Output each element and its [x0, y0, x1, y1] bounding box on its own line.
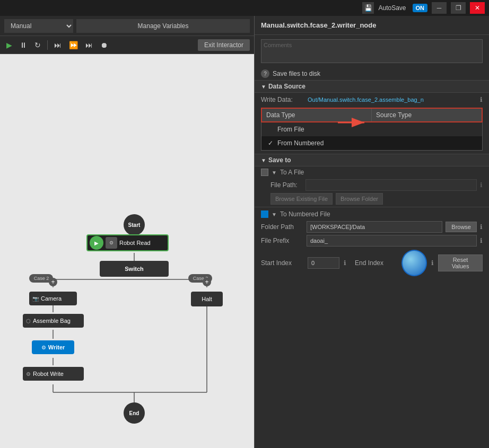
divider1 — [47, 40, 48, 50]
dropdown-menu: From File ✓ From Numbered — [261, 122, 483, 151]
folder-path-input[interactable] — [307, 221, 442, 233]
save-files-row: ? Save files to disk — [255, 67, 489, 80]
browse-row: Browse Existing File Browse Folder — [255, 192, 489, 207]
maximize-button[interactable]: ❐ — [451, 2, 466, 14]
assemble-bag-label: Assemble Bag — [33, 318, 71, 324]
collapse-triangle: ▼ — [261, 84, 266, 90]
red-arrow — [338, 112, 370, 135]
writer-node[interactable]: ⚙ Writer — [32, 340, 74, 354]
folder-path-info-icon[interactable]: ℹ — [480, 223, 483, 231]
end-label: End — [129, 410, 139, 416]
check-mark: ✓ — [268, 139, 274, 147]
writer-label: Writer — [48, 344, 65, 350]
file-prefix-input[interactable] — [307, 235, 477, 247]
left-panel: Manual Manage Variables ▶ ⏸ ↻ ⏭ ⏩ ⏭ ⏺ Ex… — [0, 16, 255, 448]
assemble-bag-node[interactable]: ⬡ Assemble Bag — [23, 314, 84, 328]
dropdown-item-from-file[interactable]: From File — [261, 122, 482, 136]
write-data-label: Write Data: — [261, 96, 303, 103]
write-data-value: Out/Manual.switch.fcase_2.assemble_bag_n — [308, 96, 476, 103]
title-bar: 💾 AutoSave ON ─ ❐ ✕ — [0, 0, 489, 16]
file-path-info-icon[interactable]: ℹ — [480, 181, 483, 189]
dropdown-area: Data Type Source Type From File ✓ From N… — [261, 108, 483, 151]
camera-label: Camera — [41, 295, 62, 302]
minimize-button[interactable]: ─ — [432, 2, 447, 14]
index-row: Start Index ℹ End Index ℹ Reset Values — [255, 248, 489, 278]
start-index-label: Start Index — [261, 259, 303, 267]
browse-folder-button[interactable]: Browse Folder — [336, 193, 383, 205]
globe-icon — [401, 250, 427, 276]
start-label: Start — [128, 222, 141, 228]
start-index-info-icon[interactable]: ℹ — [344, 259, 346, 267]
manage-vars-button[interactable]: Manage Variables — [76, 19, 250, 33]
end-index-label: End Index — [355, 259, 397, 267]
folder-path-label: Folder Path — [261, 223, 303, 231]
skip-button[interactable]: ⏭ — [83, 40, 95, 50]
file-path-input[interactable] — [305, 179, 477, 191]
data-source-label: Data Source — [268, 83, 305, 90]
switch-node[interactable]: Switch — [100, 261, 169, 277]
end-index-info-icon[interactable]: ℹ — [431, 259, 434, 267]
numbered-triangle: ▼ — [272, 212, 277, 217]
comments-box[interactable]: Comments — [261, 39, 483, 63]
autosave-label: AutoSave — [378, 4, 406, 12]
halt-node[interactable]: Halt — [191, 292, 223, 306]
to-a-file-label: To A File — [280, 169, 304, 176]
file-prefix-row: File Prefix ℹ — [255, 234, 489, 248]
toolbar-row: ▶ ⏸ ↻ ⏭ ⏩ ⏭ ⏺ Exit Interactor — [0, 36, 254, 54]
exit-interactor-button[interactable]: Exit Interactor — [198, 39, 250, 51]
autosave-toggle[interactable]: ON — [413, 4, 428, 12]
comments-placeholder: Comments — [264, 42, 292, 48]
end-node[interactable]: End — [124, 402, 145, 424]
mode-select[interactable]: Manual — [4, 19, 73, 33]
to-numbered-checkbox[interactable] — [261, 210, 268, 218]
browse-button[interactable]: Browse — [446, 222, 477, 232]
robot-read-label: Robot Read — [119, 240, 151, 246]
save-to-triangle: ▼ — [261, 157, 266, 163]
save-to-label: Save to — [268, 156, 291, 164]
step-button[interactable]: ⏭ — [52, 40, 64, 50]
camera-node[interactable]: 📷 Camera — [29, 292, 77, 305]
start-node[interactable]: Start — [124, 214, 145, 235]
question-icon[interactable]: ? — [261, 69, 269, 78]
halt-label: Halt — [202, 296, 212, 302]
file-path-row: File Path: ℹ — [255, 178, 489, 192]
canvas-area[interactable]: Case 2 Case 3 + + Start ▶ ⚙ Robot Read — [0, 54, 254, 448]
dropdown-trigger[interactable]: Data Type Source Type — [261, 108, 483, 122]
robot-read-node[interactable]: ▶ ⚙ Robot Read — [86, 234, 169, 251]
browse-existing-file-button[interactable]: Browse Existing File — [270, 193, 333, 205]
source-type-col: Source Type — [372, 109, 482, 121]
to-a-file-checkbox[interactable] — [261, 169, 268, 176]
robot-write-label: Robot Write — [33, 371, 64, 377]
panel-title: Manual.switch.fcase_2.writer_node — [255, 16, 489, 35]
svg-text:+: + — [51, 278, 55, 286]
main-container: Manual Manage Variables ▶ ⏸ ↻ ⏭ ⏩ ⏭ ⏺ Ex… — [0, 16, 489, 448]
robot-write-node[interactable]: ⚙ Robot Write — [23, 367, 84, 381]
switch-label: Switch — [125, 266, 143, 272]
triangle-small: ▼ — [272, 170, 277, 175]
write-data-row: Write Data: Out/Manual.switch.fcase_2.as… — [255, 93, 489, 107]
save-files-label: Save files to disk — [273, 70, 320, 77]
reset-values-button[interactable]: Reset Values — [438, 254, 483, 271]
right-panel: Manual.switch.fcase_2.writer_node Commen… — [255, 16, 489, 448]
save-to-header[interactable]: ▼ Save to — [255, 154, 489, 166]
svg-text:+: + — [205, 278, 208, 286]
play-button[interactable]: ▶ — [4, 40, 14, 50]
record-button[interactable]: ⏺ — [98, 40, 110, 50]
refresh-button[interactable]: ↻ — [32, 40, 43, 50]
start-index-input[interactable] — [308, 257, 339, 269]
svg-text:Case 2: Case 2 — [34, 276, 49, 281]
left-toolbar: Manual Manage Variables — [0, 16, 254, 36]
file-prefix-label: File Prefix — [261, 237, 303, 244]
pause-button[interactable]: ⏸ — [18, 40, 29, 50]
to-numbered-row: ▼ To Numbered File — [255, 207, 489, 220]
folder-path-row: Folder Path Browse ℹ — [255, 220, 489, 234]
to-a-file-row: ▼ To A File — [255, 166, 489, 178]
prefix-info-icon[interactable]: ℹ — [480, 237, 483, 244]
write-data-info-icon[interactable]: ℹ — [480, 96, 483, 103]
dropdown-item-from-numbered[interactable]: ✓ From Numbered — [261, 136, 482, 150]
save-icon[interactable]: 💾 — [362, 2, 374, 14]
fast-forward-button[interactable]: ⏩ — [67, 40, 80, 50]
data-source-header[interactable]: ▼ Data Source — [255, 80, 489, 93]
close-button[interactable]: ✕ — [470, 2, 485, 14]
file-path-label: File Path: — [270, 181, 302, 189]
